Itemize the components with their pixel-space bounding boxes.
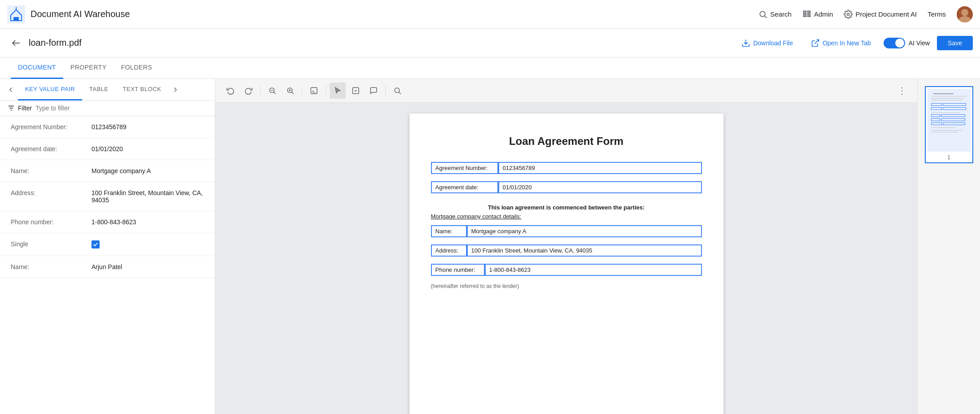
filter-label: Filter: [18, 105, 32, 112]
save-button[interactable]: Save: [937, 36, 973, 50]
pdf-toolbar: ⋮: [215, 79, 917, 103]
svg-rect-4: [803, 11, 806, 12]
zoom-out-button[interactable]: [264, 83, 280, 99]
pdf-value-name: Mortgage company A: [467, 225, 702, 237]
project-nav-item[interactable]: Project Document AI: [844, 10, 917, 19]
undo-icon: [226, 87, 235, 95]
main-tabs: DOCUMENT PROPERTY FOLDERS: [0, 57, 980, 79]
pdf-content-area: Loan Agreement Form Agreement Number: 01…: [215, 103, 917, 414]
ai-view-toggle[interactable]: [884, 38, 905, 48]
svg-point-11: [961, 9, 968, 16]
download-icon: [741, 39, 750, 48]
pdf-search-button[interactable]: [389, 83, 405, 99]
zoom-in-button[interactable]: [282, 83, 298, 99]
thumbnail-page-1[interactable]: 1: [925, 86, 973, 163]
terms-nav-label: Terms: [928, 10, 946, 18]
checkmark-icon: [92, 241, 99, 248]
sub-tab-next-button[interactable]: [168, 83, 183, 97]
back-button[interactable]: [11, 38, 22, 48]
toolbar-separator-1: [260, 85, 261, 96]
pdf-label-agreement-date: Agreement date:: [431, 181, 498, 193]
download-file-button[interactable]: Download File: [736, 35, 798, 51]
center-panel: ⋮ Loan Agreement Form Agreement Number: …: [215, 79, 917, 414]
tab-property[interactable]: PROPERTY: [63, 57, 114, 79]
kv-list: Agreement Number: 0123456789 Agreement d…: [0, 116, 215, 414]
checkbox-tool-button[interactable]: [348, 83, 364, 99]
sub-tab-key-value-pair[interactable]: KEY VALUE PAIR: [18, 79, 82, 100]
user-avatar[interactable]: [957, 6, 973, 22]
app-title: Document AI Warehouse: [30, 9, 130, 19]
filter-icon-label: Filter: [7, 104, 32, 112]
sub-tab-table[interactable]: TABLE: [82, 79, 116, 100]
admin-nav-item[interactable]: Admin: [802, 10, 833, 19]
redo-button[interactable]: [240, 83, 257, 99]
svg-point-29: [395, 88, 400, 93]
pdf-page: Loan Agreement Form Agreement Number: 01…: [409, 113, 723, 414]
comment-tool-button[interactable]: [366, 83, 382, 99]
pdf-contact-label-row: Mortgage company contact details:: [431, 213, 702, 220]
kv-item-single: Single: [0, 233, 215, 256]
sub-tab-prev-button[interactable]: [4, 83, 18, 97]
toolbar-more-button[interactable]: ⋮: [894, 83, 910, 99]
pdf-lender-note: (hereinafter referred to as the lender): [431, 283, 702, 289]
kv-item-agreement-date: Agreement date: 01/01/2020: [0, 138, 215, 160]
kv-key-agreement-date: Agreement date:: [11, 145, 91, 153]
secondary-toolbar: loan-form.pdf Download File Open In New …: [0, 29, 980, 57]
pdf-field-agreement-date: Agreement date: 01/01/2020: [431, 181, 702, 193]
file-name-label: loan-form.pdf: [29, 38, 736, 48]
kv-key-address: Address:: [11, 189, 91, 204]
tab-folders[interactable]: FOLDERS: [114, 57, 160, 79]
kv-key-name2: Name:: [11, 263, 91, 270]
top-nav-actions: Search Admin Project Document AI Terms: [758, 6, 973, 22]
pdf-label-agreement-number: Agreement Number:: [431, 162, 498, 174]
code-icon: [310, 87, 318, 95]
toggle-knob: [895, 39, 904, 48]
kv-key-single: Single: [11, 240, 91, 248]
kv-key-name: Name:: [11, 167, 91, 174]
svg-line-21: [274, 92, 275, 94]
tab-document[interactable]: DOCUMENT: [11, 57, 63, 79]
project-nav-label: Project Document AI: [855, 10, 917, 18]
zoom-out-icon: [268, 87, 276, 95]
filter-row: Filter: [0, 100, 215, 116]
svg-line-15: [814, 39, 819, 44]
svg-rect-26: [311, 87, 317, 94]
kv-value-agreement-number: 0123456789: [91, 123, 204, 131]
kv-item-phone: Phone number: 1-800-843-8623: [0, 211, 215, 233]
search-nav-item[interactable]: Search: [758, 10, 792, 19]
main-content: KEY VALUE PAIR TABLE TEXT BLOCK Filter: [0, 79, 980, 414]
kv-item-name2: Name: Arjun Patel: [0, 256, 215, 278]
filter-input[interactable]: [35, 105, 208, 112]
cursor-select-button[interactable]: [330, 83, 346, 99]
svg-point-2: [760, 11, 766, 17]
kv-value-name2: Arjun Patel: [91, 263, 204, 270]
undo-button[interactable]: [222, 83, 239, 99]
kv-value-phone: 1-800-843-8623: [91, 218, 204, 226]
svg-line-3: [765, 16, 767, 18]
ai-view-label: AI View: [909, 39, 930, 47]
svg-rect-8: [808, 13, 810, 14]
pdf-label-name: Name:: [431, 225, 467, 237]
pdf-field-phone: Phone number: 1-800-843-8623: [431, 264, 702, 276]
app-logo-icon: [7, 5, 25, 23]
terms-nav-item[interactable]: Terms: [928, 10, 946, 18]
pdf-label-address: Address:: [431, 244, 467, 257]
pdf-value-phone: 1-800-843-8623: [485, 264, 702, 276]
right-panel: 1: [917, 79, 980, 414]
svg-line-30: [399, 92, 401, 94]
kv-item-name: Name: Mortgage company A: [0, 160, 215, 182]
kv-value-name: Mortgage company A: [91, 167, 204, 174]
sub-tab-text-block[interactable]: TEXT BLOCK: [116, 79, 169, 100]
gear-icon: [844, 10, 853, 19]
open-new-tab-button[interactable]: Open In New Tab: [806, 35, 876, 51]
kv-item-address: Address: 100 Franklin Street, Mountain V…: [0, 182, 215, 211]
comment-icon: [370, 87, 378, 95]
kv-key-phone: Phone number:: [11, 218, 91, 226]
code-view-button[interactable]: [306, 83, 322, 99]
svg-rect-1: [13, 17, 19, 21]
pdf-intro-bold: This loan agreement is commenced between…: [488, 204, 645, 211]
admin-nav-label: Admin: [814, 10, 833, 18]
open-new-tab-icon: [811, 39, 820, 48]
kv-value-agreement-date: 01/01/2020: [91, 145, 204, 153]
secondary-actions: Download File Open In New Tab AI View Sa…: [736, 35, 973, 51]
